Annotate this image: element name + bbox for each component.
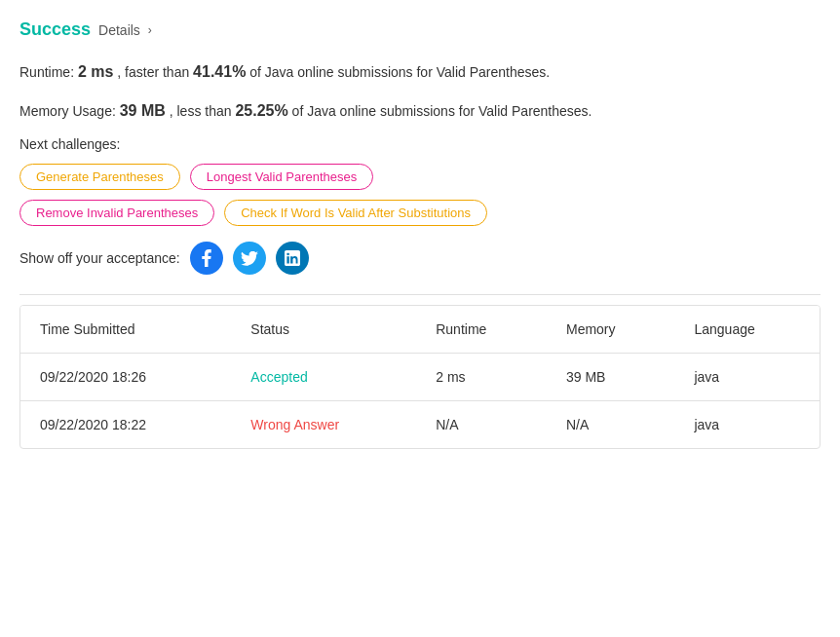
col-time-submitted: Time Submitted: [20, 306, 231, 354]
social-row: Show off your acceptance:: [19, 242, 821, 275]
col-memory: Memory: [547, 306, 674, 354]
table-row: 09/22/2020 18:22 Wrong Answer N/A N/A ja…: [20, 401, 820, 449]
memory-rest: of Java online submissions for Valid Par…: [292, 103, 592, 119]
col-language: Language: [674, 306, 820, 354]
twitter-icon[interactable]: [233, 242, 266, 275]
challenge-tag-check[interactable]: Check If Word Is Valid After Substitutio…: [224, 200, 487, 226]
memory-prefix: Memory Usage:: [19, 103, 116, 119]
runtime-line: Runtime: 2 ms , faster than 41.41% of Ja…: [19, 59, 821, 85]
challenges-row-2: Remove Invalid Parentheses Check If Word…: [19, 200, 821, 226]
social-label: Show off your acceptance:: [19, 250, 180, 266]
col-runtime: Runtime: [416, 306, 547, 354]
linkedin-icon[interactable]: [276, 242, 309, 275]
table-header-row: Time Submitted Status Runtime Memory Lan…: [20, 306, 820, 354]
runtime-prefix: Runtime:: [19, 64, 74, 80]
cell-time: 09/22/2020 18:26: [20, 354, 231, 401]
memory-value: 39 MB: [120, 102, 166, 119]
runtime-percent: 41.41%: [193, 63, 246, 80]
runtime-suffix: , faster than: [117, 64, 189, 80]
challenge-tag-remove[interactable]: Remove Invalid Parentheses: [19, 200, 214, 226]
header-row: Success Details ›: [19, 19, 821, 40]
facebook-icon[interactable]: [190, 242, 223, 275]
success-label: Success: [19, 19, 91, 40]
cell-runtime: 2 ms: [416, 354, 547, 401]
cell-status[interactable]: Wrong Answer: [231, 401, 416, 449]
cell-status[interactable]: Accepted: [231, 354, 416, 401]
cell-time: 09/22/2020 18:22: [20, 401, 231, 449]
cell-memory: 39 MB: [547, 354, 674, 401]
challenge-tag-longest[interactable]: Longest Valid Parentheses: [190, 164, 373, 190]
details-link[interactable]: Details: [98, 22, 140, 38]
runtime-value: 2 ms: [78, 63, 113, 80]
cell-language: java: [674, 354, 820, 401]
next-challenges-label: Next challenges:: [19, 136, 821, 152]
submissions-table-container: Time Submitted Status Runtime Memory Lan…: [19, 305, 821, 449]
cell-memory: N/A: [547, 401, 674, 449]
memory-line: Memory Usage: 39 MB , less than 25.25% o…: [19, 98, 821, 124]
table-row: 09/22/2020 18:26 Accepted 2 ms 39 MB jav…: [20, 354, 820, 401]
memory-suffix: , less than: [170, 103, 232, 119]
runtime-rest: of Java online submissions for Valid Par…: [249, 64, 550, 80]
challenge-tag-generate[interactable]: Generate Parentheses: [19, 164, 180, 190]
cell-language: java: [674, 401, 820, 449]
chevron-icon: ›: [148, 23, 152, 37]
divider: [19, 294, 821, 295]
col-status: Status: [231, 306, 416, 354]
cell-runtime: N/A: [416, 401, 547, 449]
challenges-row-1: Generate Parentheses Longest Valid Paren…: [19, 164, 821, 190]
submissions-table: Time Submitted Status Runtime Memory Lan…: [20, 306, 820, 448]
memory-percent: 25.25%: [235, 102, 287, 119]
